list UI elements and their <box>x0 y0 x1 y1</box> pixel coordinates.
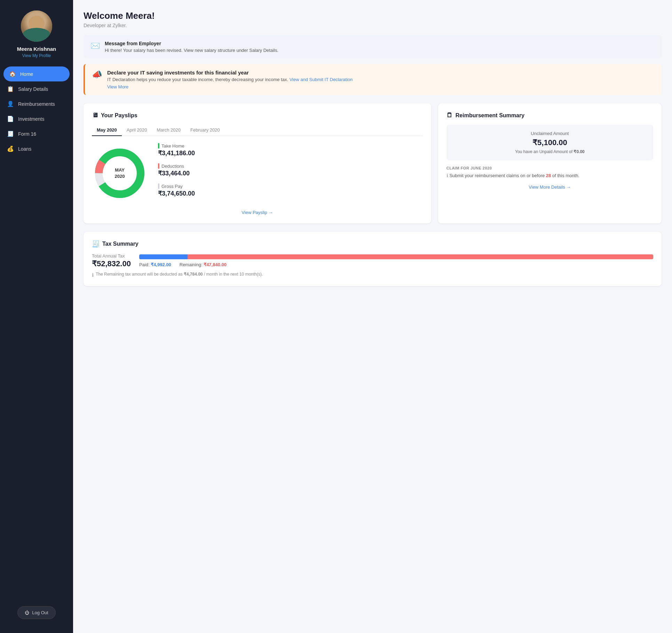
it-banner-title: Declare your IT saving investments for t… <box>107 70 353 76</box>
logout-button[interactable]: ⏻ Log Out <box>17 606 55 619</box>
avatar <box>21 10 52 42</box>
tax-paid-bar <box>139 254 188 259</box>
payslip-tab-mar2020[interactable]: March 2020 <box>152 125 185 136</box>
view-profile-link[interactable]: View My Profile <box>22 53 51 58</box>
payslip-tab-feb2020[interactable]: February 2020 <box>185 125 225 136</box>
envelope-icon: ✉️ <box>90 41 100 50</box>
sidebar-item-salary-label: Salary Details <box>18 86 48 92</box>
salary-icon: 📋 <box>7 86 14 92</box>
payslip-tabs: May 2020 April 2020 March 2020 February … <box>92 125 423 136</box>
tax-remaining-label: Remaining: ₹47,840.00 <box>180 262 227 267</box>
megaphone-icon: 📣 <box>92 70 102 79</box>
sidebar-item-form16[interactable]: 🧾 Form 16 <box>0 126 73 141</box>
sidebar-item-investments[interactable]: 📄 Investments <box>0 111 73 126</box>
tax-total-amount: ₹52,832.00 <box>92 259 131 268</box>
tax-paid-label: Paid: ₹4,992.00 <box>139 262 171 267</box>
message-text: Hi there! Your salary has been revised. … <box>105 48 278 53</box>
unclaimed-label: Unclaimed Amount <box>453 131 647 136</box>
loans-icon: 💰 <box>7 145 14 152</box>
take-home-bar-indicator <box>158 143 159 149</box>
it-banner-text: IT Declaration helps you reduce your tax… <box>107 77 353 82</box>
sidebar-item-form16-label: Form 16 <box>18 131 36 137</box>
message-title: Message from Employer <box>105 41 278 46</box>
welcome-title: Welcome Meera! <box>84 10 662 21</box>
tax-note: ℹ The Remaining tax amount will be deduc… <box>92 272 653 278</box>
welcome-subtitle: Developer at Zylker. <box>84 23 662 28</box>
user-name: Meera Krishnan <box>17 46 56 52</box>
tax-summary-card: 🧾 Tax Summary Total Annual Tax ₹52,832.0… <box>84 232 662 286</box>
info-icon: ℹ <box>446 173 448 178</box>
tax-total-block: Total Annual Tax ₹52,832.00 <box>92 253 131 268</box>
claim-text: ℹ Submit your reimbursement claims on or… <box>446 173 653 178</box>
unclaimed-amount: ₹5,100.00 <box>453 138 647 147</box>
payslip-tab-may2020[interactable]: May 2020 <box>92 125 122 136</box>
take-home-legend: Take Home ₹3,41,186.00 <box>158 143 423 157</box>
tax-total-label: Total Annual Tax <box>92 253 131 259</box>
reimbursement-card-title: 🗒 Reimbursement Summary <box>446 112 653 119</box>
claim-date: 28 <box>546 173 551 178</box>
investments-icon: 📄 <box>7 116 14 122</box>
view-payslip-link[interactable]: View Payslip → <box>92 210 423 215</box>
deductions-value: ₹33,464.00 <box>158 169 423 177</box>
sidebar-item-loans[interactable]: 💰 Loans <box>0 141 73 156</box>
payslip-tab-apr2020[interactable]: April 2020 <box>122 125 152 136</box>
main-content: Welcome Meera! Developer at Zylker. ✉️ M… <box>73 0 672 633</box>
form16-icon: 🧾 <box>7 130 14 137</box>
tax-progress-bar <box>139 254 653 259</box>
reimbursement-card-icon: 🗒 <box>446 112 453 119</box>
tax-card-icon: 🧾 <box>92 240 100 248</box>
home-icon: 🏠 <box>9 71 16 77</box>
view-more-details-link[interactable]: View More Details → <box>446 184 653 190</box>
gross-pay-value: ₹3,74,650.00 <box>158 190 423 197</box>
tax-info-icon: ℹ <box>92 272 94 278</box>
sidebar: Meera Krishnan View My Profile 🏠 Home 📋 … <box>0 0 73 633</box>
it-declaration-link[interactable]: View and Submit IT Declaration <box>290 77 353 82</box>
tax-remaining-amount: ₹47,840.00 <box>204 262 227 267</box>
take-home-value: ₹3,41,186.00 <box>158 149 423 157</box>
deductions-bar-indicator <box>158 163 159 169</box>
donut-center-label: MAY 2020 <box>115 167 125 180</box>
gross-pay-bar-indicator <box>158 183 159 189</box>
sidebar-item-home-label: Home <box>20 71 33 77</box>
tax-bar-wrap: Paid: ₹4,992.00 Remaining: ₹47,840.00 <box>139 254 653 267</box>
cards-row: 🖥 Your Payslips May 2020 April 2020 Marc… <box>84 103 662 223</box>
gross-pay-legend: Gross Pay ₹3,74,650.00 <box>158 183 423 197</box>
payslip-body: MAY 2020 Take Home ₹3,41,186.00 <box>92 143 423 204</box>
reimbursement-card: 🗒 Reimbursement Summary Unclaimed Amount… <box>438 103 662 223</box>
payslip-donut-chart: MAY 2020 <box>92 145 148 201</box>
sidebar-item-reimbursements[interactable]: 👤 Reimbursements <box>0 96 73 111</box>
payslip-card-icon: 🖥 <box>92 112 98 119</box>
sidebar-item-reimbursements-label: Reimbursements <box>18 101 55 107</box>
claim-period-label: CLAIM FOR JUNE 2020 <box>446 166 653 170</box>
nav-list: 🏠 Home 📋 Salary Details 👤 Reimbursements… <box>0 66 73 599</box>
tax-summary-title: 🧾 Tax Summary <box>92 240 653 248</box>
tax-paid-amount: ₹4,992.00 <box>151 262 171 267</box>
tax-bar-labels: Paid: ₹4,992.00 Remaining: ₹47,840.00 <box>139 262 653 267</box>
payslips-card-title: 🖥 Your Payslips <box>92 112 423 119</box>
unclaimed-amount-box: Unclaimed Amount ₹5,100.00 You have an U… <box>446 125 653 160</box>
sidebar-item-investments-label: Investments <box>18 116 44 122</box>
it-banner: 📣 Declare your IT saving investments for… <box>84 64 662 95</box>
sidebar-item-home[interactable]: 🏠 Home <box>3 66 70 81</box>
tax-remaining-bar <box>188 254 653 259</box>
payslips-card: 🖥 Your Payslips May 2020 April 2020 Marc… <box>84 103 431 223</box>
sidebar-item-loans-label: Loans <box>18 146 31 152</box>
tax-row: Total Annual Tax ₹52,832.00 Paid: ₹4,992… <box>92 253 653 268</box>
sidebar-item-salary-details[interactable]: 📋 Salary Details <box>0 81 73 96</box>
message-banner: ✉️ Message from Employer Hi there! Your … <box>84 35 662 58</box>
payslip-legend: Take Home ₹3,41,186.00 Deductions ₹33,46… <box>158 143 423 204</box>
deductions-legend: Deductions ₹33,464.00 <box>158 163 423 177</box>
it-view-more-link[interactable]: View More <box>107 84 353 89</box>
logout-icon: ⏻ <box>25 610 29 615</box>
reimbursements-icon: 👤 <box>7 101 14 107</box>
unpaid-text: You have an Unpaid Amount of ₹0.00 <box>453 149 647 154</box>
